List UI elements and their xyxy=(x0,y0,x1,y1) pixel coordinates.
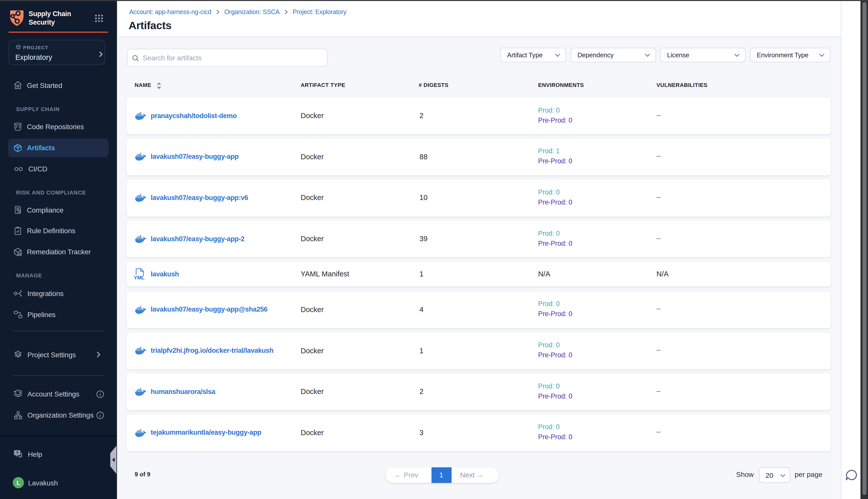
svg-text:L: L xyxy=(16,480,20,486)
svg-text:YML: YML xyxy=(134,275,145,280)
svg-text:?: ? xyxy=(16,451,18,455)
